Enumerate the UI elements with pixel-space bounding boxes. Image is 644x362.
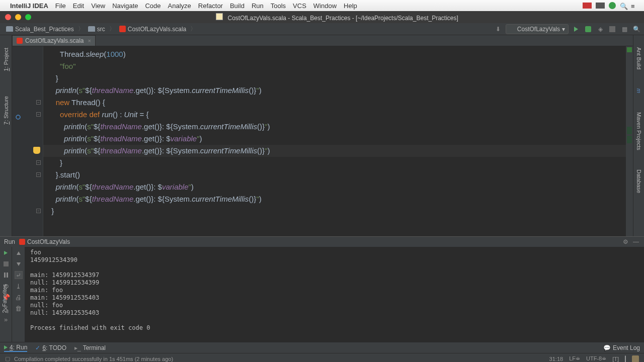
event-log-tab[interactable]: 💬Event Log	[603, 344, 640, 351]
bottom-tool-tabs: 4: Run ✓6: TODO ▸_Terminal 💬Event Log	[0, 342, 644, 353]
run-panel-header[interactable]: Run CostOfLazyVals ⚙ —	[0, 237, 644, 247]
gutter-run-icon[interactable]	[15, 112, 21, 118]
folder-icon	[6, 26, 13, 32]
make-project-button[interactable]: ⬇	[494, 25, 503, 34]
main-area: 1: Project 7: Structure CostOfLazyVals.s…	[0, 35, 644, 236]
bug-icon	[585, 26, 591, 32]
down-stack-button[interactable]	[15, 260, 23, 268]
scala-icon	[19, 239, 25, 245]
coverage-button[interactable]: ◈	[596, 25, 605, 34]
run-panel: Run CostOfLazyVals ⚙ — ⟲ 📌 ✕ » ⤶ ⤓ 🖨 🗑 f…	[0, 236, 644, 342]
scala-icon	[119, 26, 126, 32]
stop-run-button[interactable]	[2, 260, 10, 268]
maven-projects-tab-label[interactable]: Maven Projects	[635, 110, 643, 152]
up-stack-button[interactable]	[15, 249, 23, 257]
rerun-button[interactable]	[2, 249, 10, 257]
menu-analyze[interactable]: Analyze	[168, 2, 191, 10]
status-icon-1[interactable]	[583, 3, 592, 9]
file-encoding[interactable]: UTF-8≑	[586, 355, 606, 362]
hide-panel-icon[interactable]: —	[633, 238, 640, 245]
print-button[interactable]: 🖨	[15, 293, 23, 301]
nav-toolbar: Scala_Best_Practices 〉 src 〉 CostOfLazyV…	[0, 23, 644, 35]
stop-button[interactable]	[608, 25, 617, 34]
menu-help[interactable]: Help	[344, 2, 357, 10]
editor-tabs: CostOfLazyVals.scala ×	[12, 35, 633, 46]
run-panel-body: ⟲ 📌 ✕ » ⤶ ⤓ 🖨 🗑 foo 1459912534390 main: …	[0, 247, 644, 342]
status-icon-3[interactable]	[609, 2, 616, 9]
database-tab[interactable]: Database	[635, 167, 643, 195]
scroll-end-button[interactable]: ⤓	[15, 282, 23, 290]
breadcrumb-sep: 〉	[109, 25, 115, 33]
scala-icon	[509, 26, 515, 32]
hector-icon[interactable]	[632, 355, 639, 363]
menu-window[interactable]: Window	[313, 2, 337, 10]
window-title: CostOfLazyVals.scala - Scala_Best_Practi…	[35, 13, 639, 22]
breadcrumb-sep: 〉	[190, 25, 196, 33]
menu-file[interactable]: File	[55, 2, 66, 10]
clear-button[interactable]: 🗑	[15, 304, 23, 312]
svg-point-0	[16, 115, 20, 119]
folder-icon	[88, 26, 95, 32]
minimize-window-button[interactable]	[15, 14, 21, 20]
close-window-button[interactable]	[5, 14, 11, 20]
menu-vcs[interactable]: VCS	[293, 2, 306, 10]
todo-tool-tab[interactable]: ✓6: TODO	[35, 344, 66, 351]
status-icon-2[interactable]	[596, 3, 605, 9]
run-button[interactable]	[572, 25, 581, 34]
terminal-tool-tab[interactable]: ▸_Terminal	[74, 344, 106, 351]
run-panel-label: Run	[4, 238, 15, 245]
minimap-scroll[interactable]	[626, 46, 633, 236]
status-message: Compilation completed successfully in 1s…	[14, 356, 173, 362]
search-button[interactable]: 🔍	[632, 25, 641, 34]
project-structure-button[interactable]: ▦	[620, 25, 629, 34]
intention-bulb-icon[interactable]	[33, 147, 40, 154]
close-tab-icon[interactable]: ×	[88, 38, 91, 44]
status-restore-button[interactable]: ▢	[5, 355, 10, 362]
menu-build[interactable]: Build	[230, 2, 245, 10]
left-tool-strip: 1: Project 7: Structure	[0, 35, 12, 236]
settings-icon[interactable]: ⚙	[623, 238, 630, 245]
menu-icon[interactable]: ≡	[631, 3, 640, 9]
favorites-tool-tab[interactable]: 2: Favorites	[0, 282, 9, 315]
lock-icon[interactable]	[625, 356, 626, 362]
menu-navigate[interactable]: Navigate	[112, 2, 138, 10]
editor-tab-cost[interactable]: CostOfLazyVals.scala ×	[12, 35, 96, 46]
soft-wrap-button[interactable]: ⤶	[15, 271, 23, 279]
status-bar: ▢ Compilation completed successfully in …	[0, 353, 644, 362]
menu-view[interactable]: View	[91, 2, 105, 10]
run-config-selector[interactable]: CostOfLazyVals▾	[506, 24, 569, 34]
window-titlebar: CostOfLazyVals.scala - Scala_Best_Practi…	[0, 11, 644, 23]
editor-gutter[interactable]: −−−−−	[12, 46, 43, 236]
maximize-window-button[interactable]	[25, 14, 31, 20]
maven-projects-tab[interactable]: m	[635, 86, 643, 95]
cursor-position: 31:18	[549, 356, 564, 362]
breadcrumb-src[interactable]: src	[85, 25, 108, 34]
project-tool-tab[interactable]: 1: Project	[2, 45, 11, 73]
right-tool-strip: Ant Build m Maven Projects Database	[633, 35, 644, 236]
run-tool-tab[interactable]: 4: Run	[4, 344, 27, 352]
run-controls-col2: ⤶ ⤓ 🖨 🗑	[12, 247, 25, 342]
spotlight-icon[interactable]: 🔍	[620, 3, 627, 9]
breadcrumb-file[interactable]: CostOfLazyVals.scala	[116, 25, 190, 34]
menu-refactor[interactable]: Refactor	[198, 2, 223, 10]
file-icon	[216, 13, 223, 20]
menu-code[interactable]: Code	[145, 2, 160, 10]
line-separator[interactable]: LF≑	[569, 355, 580, 362]
code-content[interactable]: Thread.sleep(1000) "foo" } println(s"${t…	[43, 46, 626, 236]
pause-button[interactable]	[2, 271, 10, 279]
menu-edit[interactable]: Edit	[73, 2, 84, 10]
breadcrumb-project[interactable]: Scala_Best_Practices	[3, 25, 77, 34]
breadcrumb-sep: 〉	[78, 25, 84, 33]
code-editor[interactable]: −−−−− Thread.sleep(1000) "foo" } println…	[12, 46, 633, 236]
insert-mode: [T]	[612, 356, 619, 362]
app-name[interactable]: IntelliJ IDEA	[10, 2, 48, 10]
more-button[interactable]: »	[2, 315, 10, 323]
menu-tools[interactable]: Tools	[271, 2, 286, 10]
menu-run[interactable]: Run	[252, 2, 264, 10]
structure-tool-tab[interactable]: 7: Structure	[2, 94, 11, 127]
debug-button[interactable]	[584, 25, 593, 34]
ant-build-tab[interactable]: Ant Build	[635, 45, 643, 71]
favorites-strip: 2: Favorites	[0, 282, 12, 315]
macos-menubar: IntelliJ IDEA FileEditViewNavigateCodeAn…	[0, 0, 644, 11]
run-output[interactable]: foo 1459912534390 main: 1459912534397 nu…	[25, 247, 644, 342]
